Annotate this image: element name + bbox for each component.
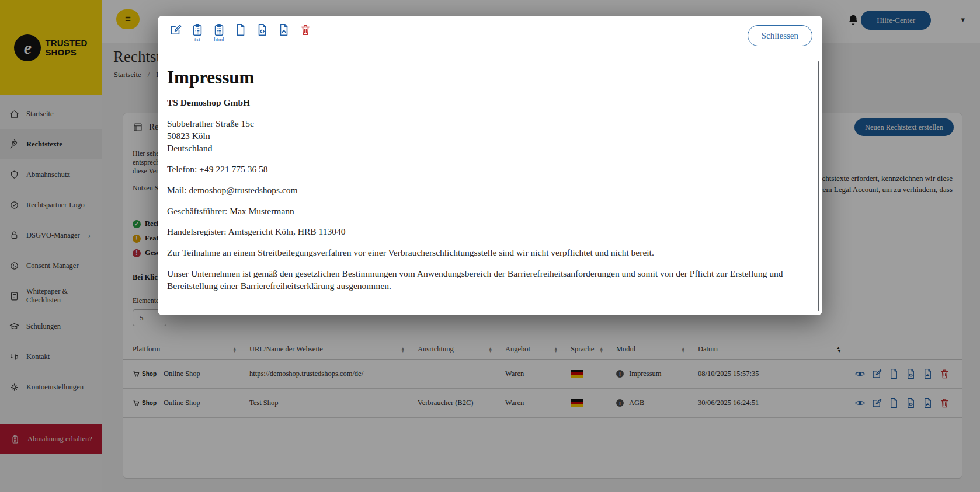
ceo-line: Geschäftsführer: Max Mustermann (167, 205, 797, 218)
modal-toolbar: txt html (168, 23, 313, 43)
impressum-modal: txt html Schliessen Impressum TS Demosho… (158, 16, 822, 315)
clipboard-icon (213, 23, 225, 36)
trash-icon (299, 23, 312, 36)
company-name: TS Demoshop GmbH (167, 97, 797, 109)
company-address: Subbelrather Straße 15c 50823 Köln Deuts… (167, 118, 797, 155)
download-docx-button[interactable] (233, 23, 248, 43)
edit-rechtstext-button[interactable] (168, 23, 183, 43)
dispute-paragraph: Zur Teilnahme an einem Streitbeilegungsv… (167, 247, 797, 259)
app-screen: e TRUSTED SHOPS Startseite Rechtstexte A… (0, 0, 980, 492)
copy-html-button[interactable]: html (211, 23, 227, 43)
impressum-title: Impressum (167, 67, 797, 88)
register-line: Handelsregister: Amtsgericht Köln, HRB 1… (167, 226, 797, 238)
phone-line: Telefon: +49 221 775 36 58 (167, 163, 797, 176)
copy-txt-button[interactable]: txt (190, 23, 205, 43)
copy-html-label: html (214, 37, 224, 43)
download-html-button[interactable] (255, 23, 270, 43)
clipboard-icon (191, 23, 204, 36)
download-pdf-button[interactable] (276, 23, 291, 43)
file-code-icon (256, 23, 269, 36)
file-icon (234, 23, 247, 36)
copy-txt-label: txt (194, 37, 200, 43)
edit-icon (169, 23, 182, 36)
file-pdf-icon (277, 23, 290, 36)
modal-scrollbar[interactable] (818, 61, 819, 311)
impressum-content: Impressum TS Demoshop GmbH Subbelrather … (167, 57, 797, 309)
accessibility-paragraph: Unser Unternehmen ist gemäß den gesetzli… (167, 268, 797, 292)
close-modal-button[interactable]: Schliessen (748, 25, 812, 46)
mail-line: Mail: demoshop@trustedshops.com (167, 184, 797, 197)
delete-rechtstext-button[interactable] (298, 23, 313, 43)
